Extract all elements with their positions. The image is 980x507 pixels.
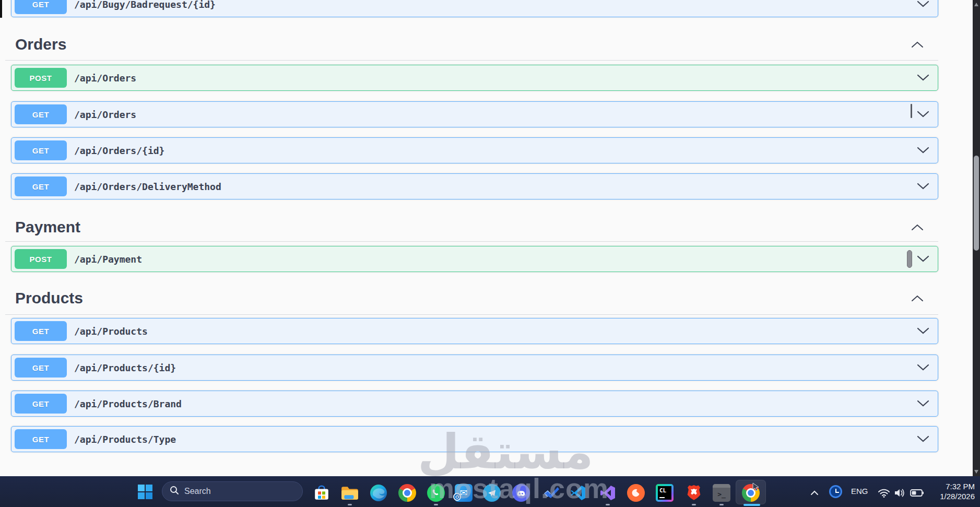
visual-studio-code-icon[interactable] <box>568 482 588 503</box>
chevron-down-icon[interactable] <box>917 364 929 371</box>
search-icon <box>170 486 179 497</box>
endpoint-path: /api/Products <box>74 326 148 337</box>
section-header-payment[interactable]: Payment <box>11 216 938 239</box>
endpoint-path: /api/Orders/{id} <box>74 145 164 156</box>
active-indicator-chrome <box>743 504 760 506</box>
text-ibeam-cursor <box>911 104 912 118</box>
section-title: Products <box>11 289 83 307</box>
method-badge: GET <box>15 104 67 124</box>
method-badge: GET <box>15 429 67 449</box>
endpoint-row-get-products-brand[interactable]: GET /api/Products/Brand <box>11 391 938 417</box>
outlook-badge: O <box>453 493 461 501</box>
chevron-down-icon[interactable] <box>917 435 929 443</box>
mouse-cursor-overlay <box>752 482 760 491</box>
endpoint-row-get-products-id[interactable]: GET /api/Products/{id} <box>11 355 938 381</box>
section-divider <box>5 241 938 242</box>
method-badge: GET <box>15 0 67 14</box>
endpoint-row-post-orders[interactable]: POST /api/Orders <box>11 65 938 91</box>
chevron-down-icon[interactable] <box>917 400 929 407</box>
tray-chevron-up-icon[interactable] <box>807 482 822 503</box>
tray-date: 1/28/2026 <box>912 491 975 501</box>
chevron-down-icon[interactable] <box>917 111 929 118</box>
running-indicator-whatsapp <box>434 504 438 505</box>
chevron-up-icon[interactable] <box>911 294 924 302</box>
chevron-up-icon[interactable] <box>911 41 924 48</box>
endpoint-path: /api/Payment <box>74 254 142 265</box>
taskbar-search[interactable]: Search <box>162 481 303 501</box>
microsoft-store-icon[interactable] <box>311 482 332 503</box>
microsoft-to-do-icon[interactable] <box>541 482 562 503</box>
terminal-glyph: >_ <box>717 490 726 498</box>
text-cursor-indicator <box>907 250 912 268</box>
section-divider <box>5 314 938 315</box>
chevron-down-icon[interactable] <box>917 327 929 335</box>
endpoint-path: /api/Products/{id} <box>74 362 176 373</box>
method-badge: GET <box>15 358 67 378</box>
endpoint-path: /api/Products/Type <box>74 434 176 445</box>
endpoint-row-bugy-badrequest[interactable]: GET /api/Bugy/Badrequest/{id} <box>11 0 938 17</box>
running-indicator-brave <box>692 504 696 505</box>
whatsapp-icon[interactable] <box>426 482 446 503</box>
section-title: Payment <box>11 218 80 236</box>
visual-studio-icon[interactable] <box>597 482 618 503</box>
discord-icon[interactable] <box>511 482 532 503</box>
section-header-products[interactable]: Products <box>11 287 938 310</box>
google-chrome-icon[interactable] <box>397 482 418 503</box>
scroll-down-arrow-icon[interactable] <box>974 470 978 474</box>
chevron-up-icon[interactable] <box>911 223 924 231</box>
chevron-down-icon[interactable] <box>917 183 929 190</box>
windows-terminal-icon[interactable]: >_ <box>711 482 732 503</box>
search-label: Search <box>184 487 211 496</box>
endpoint-row-post-payment[interactable]: POST /api/Payment <box>11 246 938 272</box>
endpoint-row-get-products[interactable]: GET /api/Products <box>11 318 938 344</box>
method-badge: POST <box>15 68 67 88</box>
method-badge: POST <box>15 249 67 269</box>
volume-icon[interactable] <box>892 482 907 503</box>
scroll-up-arrow-icon[interactable] <box>974 3 978 6</box>
running-indicator-terminal <box>719 504 724 505</box>
endpoint-row-get-orders[interactable]: GET /api/Orders <box>11 101 938 127</box>
chevron-down-icon[interactable] <box>917 147 929 154</box>
running-indicator-visual-studio <box>606 504 610 505</box>
windows-taskbar: Search ✉ O <box>0 476 980 507</box>
clock-date[interactable]: 7:32 PM 1/28/2026 <box>912 481 975 501</box>
method-badge: GET <box>15 321 67 341</box>
clion-label: CL <box>659 487 666 494</box>
windows-logo-icon <box>138 485 152 501</box>
endpoint-path: /api/Orders/DeliveryMethod <box>74 181 221 192</box>
section-divider <box>5 60 938 61</box>
language-indicator[interactable]: ENG <box>851 487 868 496</box>
microsoft-edge-icon[interactable] <box>368 482 389 503</box>
clion-icon[interactable]: CL <box>654 482 675 503</box>
section-header-orders[interactable]: Orders <box>11 33 938 56</box>
telegram-icon[interactable] <box>481 482 502 503</box>
window-edge-artifact <box>0 0 2 18</box>
postman-icon[interactable] <box>625 482 646 503</box>
endpoint-path: /api/Products/Brand <box>74 398 182 409</box>
chevron-down-icon[interactable] <box>917 1 929 8</box>
endpoint-path: /api/Orders <box>74 73 136 84</box>
outlook-mail-icon[interactable]: ✉ O <box>453 482 474 503</box>
tray-time: 7:32 PM <box>912 481 975 491</box>
google-chrome-active-icon[interactable] <box>740 482 761 503</box>
endpoint-row-get-orders-deliverymethod[interactable]: GET /api/Orders/DeliveryMethod <box>11 173 938 199</box>
brave-icon[interactable] <box>683 482 704 503</box>
start-button[interactable] <box>135 482 156 503</box>
chevron-down-icon[interactable] <box>917 255 929 263</box>
method-badge: GET <box>15 394 67 414</box>
file-explorer-icon[interactable] <box>339 482 360 503</box>
method-badge: GET <box>15 140 67 160</box>
chevron-down-icon[interactable] <box>917 74 929 81</box>
endpoint-row-get-products-type[interactable]: GET /api/Products/Type <box>11 426 938 452</box>
endpoint-row-get-orders-id[interactable]: GET /api/Orders/{id} <box>11 137 938 163</box>
wifi-icon[interactable] <box>876 482 892 503</box>
endpoint-path: /api/Orders <box>74 109 136 120</box>
vertical-scrollbar[interactable] <box>973 0 980 476</box>
swagger-api-page: GET /api/Bugy/Badrequest/{id} Orders POS… <box>0 0 980 507</box>
clock-app-tray-icon[interactable] <box>829 485 842 498</box>
method-badge: GET <box>15 176 67 196</box>
scrollbar-thumb[interactable] <box>974 156 979 251</box>
section-title: Orders <box>11 36 66 53</box>
running-indicator-file-explorer <box>348 504 352 505</box>
endpoint-path: /api/Bugy/Badrequest/{id} <box>74 0 216 10</box>
